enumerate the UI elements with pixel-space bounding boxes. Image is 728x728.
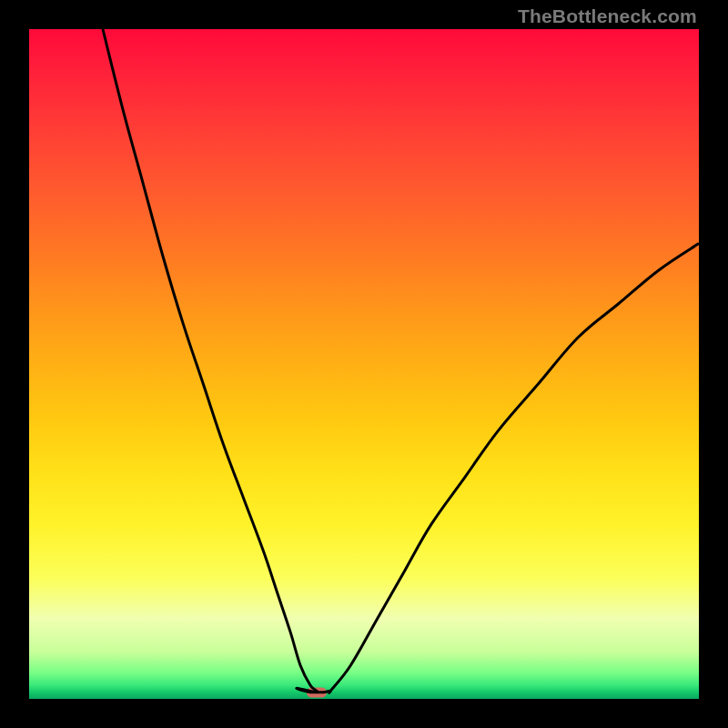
watermark-text: TheBottleneck.com xyxy=(518,5,697,27)
plot-area xyxy=(29,29,699,699)
background-gradient xyxy=(29,29,699,699)
outer-frame: TheBottleneck.com xyxy=(0,0,728,728)
minimum-marker xyxy=(307,687,327,697)
